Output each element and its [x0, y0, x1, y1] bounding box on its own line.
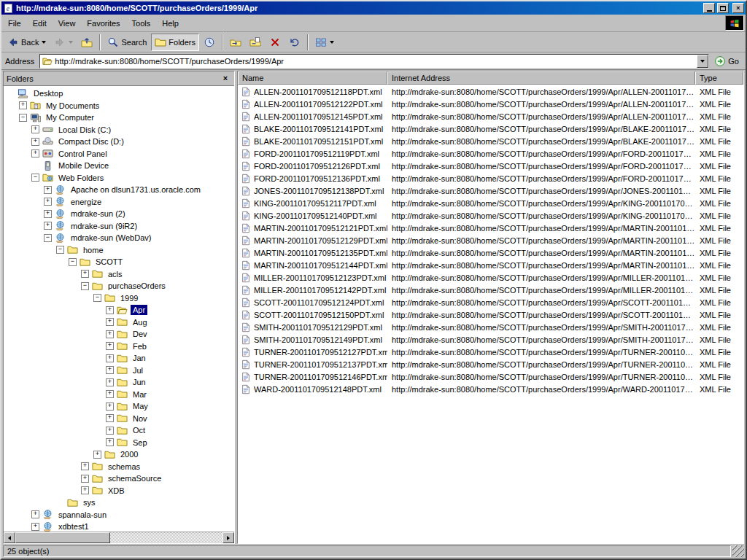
file-row[interactable]: ALLEN-2001101709512118PDT.xmlhttp://mdra…	[238, 85, 743, 98]
copy-to-button[interactable]	[246, 34, 265, 51]
tree-item-apr[interactable]: +Apr	[4, 304, 234, 316]
tree-item-schemasource[interactable]: +schemaSource	[4, 472, 234, 485]
tree-item-apache-on-dlsun1731-us-oracle-com[interactable]: +Apache on dlsun1731.us.oracle.com	[4, 184, 234, 196]
collapse-icon[interactable]: −	[56, 246, 64, 254]
tree-item-compact-disc-d[interactable]: +Compact Disc (D:)	[4, 136, 234, 148]
tree-item-xdbtest1[interactable]: +xdbtest1	[4, 521, 234, 532]
file-row[interactable]: TURNER-2001101709512127PDT.xmlhttp://mdr…	[238, 346, 743, 358]
expand-icon[interactable]: +	[44, 198, 52, 206]
tree-item-desktop[interactable]: Desktop	[4, 88, 234, 100]
folders-pane-close-icon[interactable]: ×	[220, 74, 231, 84]
history-button[interactable]	[200, 34, 219, 51]
tree-item-schemas[interactable]: +schemas	[4, 461, 234, 473]
collapse-icon[interactable]: −	[93, 294, 101, 302]
expand-icon[interactable]: +	[31, 523, 39, 531]
back-button[interactable]: Back	[4, 34, 50, 51]
tree-item-energize[interactable]: +energize	[4, 196, 234, 209]
tree-item-mobile-device[interactable]: Mobile Device	[4, 160, 234, 172]
minimize-button[interactable]	[703, 3, 715, 13]
file-row[interactable]: MARTIN-2001101709512144PDT.xmlhttp://mdr…	[238, 259, 743, 271]
tree-item-nov[interactable]: +Nov	[4, 413, 234, 425]
menu-tools[interactable]: Tools	[126, 17, 157, 30]
scrollbar-track[interactable]	[110, 532, 222, 543]
menu-file[interactable]: File	[2, 17, 27, 30]
go-button[interactable]: Go	[713, 54, 743, 69]
file-row[interactable]: SMITH-2001101709512129PDT.xmlhttp://mdra…	[238, 321, 743, 333]
tree-item-dev[interactable]: +Dev	[4, 328, 234, 341]
file-row[interactable]: BLAKE-2001101709512151PDT.xmlhttp://mdra…	[238, 135, 743, 147]
file-row[interactable]: ALLEN-2001101709512122PDT.xmlhttp://mdra…	[238, 98, 743, 110]
search-button[interactable]: Search	[104, 34, 150, 51]
expand-icon[interactable]: +	[81, 270, 89, 278]
expand-icon[interactable]: +	[106, 306, 114, 314]
forward-button[interactable]	[50, 34, 77, 51]
expand-icon[interactable]: +	[31, 510, 39, 518]
expand-icon[interactable]: +	[81, 475, 89, 483]
delete-button[interactable]	[266, 34, 285, 51]
column-header-name[interactable]: Name	[238, 71, 387, 85]
tree-item-mdrake-sun-webdav[interactable]: −mdrake-sun (WebDav)	[4, 232, 234, 244]
file-row[interactable]: FORD-2001101709512136PDT.xmlhttp://mdrak…	[238, 172, 743, 184]
expand-icon[interactable]: +	[31, 138, 39, 146]
file-row[interactable]: TURNER-2001101709512146PDT.xmlhttp://mdr…	[238, 370, 743, 383]
collapse-icon[interactable]: −	[81, 282, 89, 290]
tree-item-scott[interactable]: −SCOTT	[4, 256, 234, 268]
collapse-icon[interactable]: −	[31, 174, 39, 182]
address-dropdown-button[interactable]	[697, 55, 708, 68]
tree-item-purchaseorders[interactable]: −purchaseOrders	[4, 280, 234, 292]
file-row[interactable]: MARTIN-2001101709512129PDT.xmlhttp://mdr…	[238, 234, 743, 246]
tree-item-acls[interactable]: +acls	[4, 268, 234, 281]
move-to-button[interactable]	[226, 34, 245, 51]
file-row[interactable]: SMITH-2001101709512149PDT.xmlhttp://mdra…	[238, 333, 743, 346]
expand-icon[interactable]: +	[44, 222, 52, 230]
tree-item-mdrake-sun-9ir2[interactable]: +mdrake-sun (9iR2)	[4, 220, 234, 233]
tree-horizontal-scrollbar[interactable]	[4, 532, 234, 543]
close-button[interactable]: ×	[732, 3, 744, 13]
expand-icon[interactable]: +	[93, 451, 101, 459]
forward-dropdown-icon[interactable]	[69, 41, 73, 44]
expand-icon[interactable]: +	[106, 366, 114, 374]
views-dropdown-icon[interactable]	[330, 41, 334, 44]
expand-icon[interactable]: +	[44, 186, 52, 194]
tree-item-2000[interactable]: +2000	[4, 448, 234, 461]
column-header-type[interactable]: Type	[695, 71, 743, 85]
expand-icon[interactable]: +	[106, 438, 114, 446]
file-row[interactable]: TURNER-2001101709512137PDT.xmlhttp://mdr…	[238, 358, 743, 370]
expand-icon[interactable]: +	[106, 390, 114, 398]
file-row[interactable]: MILLER-2001101709512142PDT.xmlhttp://mdr…	[238, 284, 743, 296]
tree-item-my-computer[interactable]: −My Computer	[4, 112, 234, 124]
expand-icon[interactable]: +	[106, 414, 114, 422]
expand-icon[interactable]: +	[106, 330, 114, 338]
expand-icon[interactable]: +	[31, 125, 39, 133]
file-row[interactable]: MARTIN-2001101709512135PDT.xmlhttp://mdr…	[238, 246, 743, 259]
address-input[interactable]	[55, 55, 694, 67]
tree-item-spannala-sun[interactable]: +spannala-sun	[4, 509, 234, 521]
expand-icon[interactable]: +	[106, 402, 114, 411]
file-row[interactable]: ALLEN-2001101709512145PDT.xmlhttp://mdra…	[238, 110, 743, 122]
expand-icon[interactable]: +	[81, 462, 89, 470]
tree-item-may[interactable]: +May	[4, 400, 234, 413]
menu-view[interactable]: View	[53, 17, 82, 30]
collapse-icon[interactable]: −	[44, 234, 52, 242]
maximize-button[interactable]	[717, 3, 729, 13]
menu-edit[interactable]: Edit	[27, 17, 53, 30]
tree-item-1999[interactable]: −1999	[4, 292, 234, 305]
expand-icon[interactable]: +	[106, 378, 114, 386]
expand-icon[interactable]: +	[44, 210, 52, 218]
expand-icon[interactable]: +	[19, 101, 27, 109]
file-row[interactable]: JONES-2001101709512138PDT.xmlhttp://mdra…	[238, 184, 743, 197]
scroll-right-button[interactable]	[222, 532, 234, 543]
collapse-icon[interactable]: −	[69, 258, 77, 266]
tree-item-sep[interactable]: +Sep	[4, 437, 234, 449]
tree-item-aug[interactable]: +Aug	[4, 316, 234, 329]
tree-item-local-disk-c[interactable]: +Local Disk (C:)	[4, 124, 234, 136]
back-dropdown-icon[interactable]	[42, 41, 46, 44]
tree-item-control-panel[interactable]: +Control Panel	[4, 148, 234, 160]
file-row[interactable]: BLAKE-2001101709512141PDT.xmlhttp://mdra…	[238, 122, 743, 135]
expand-icon[interactable]: +	[31, 149, 39, 158]
tree-item-jul[interactable]: +Jul	[4, 365, 234, 377]
file-row[interactable]: FORD-2001101709512119PDT.xmlhttp://mdrak…	[238, 147, 743, 160]
up-button[interactable]	[77, 34, 96, 51]
tree-item-web-folders[interactable]: −Web Folders	[4, 172, 234, 184]
tree-item-jan[interactable]: +Jan	[4, 352, 234, 365]
